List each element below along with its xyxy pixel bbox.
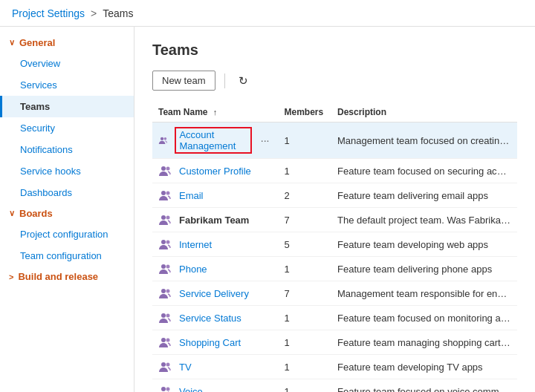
team-name-link[interactable]: Shopping Cart (179, 337, 241, 348)
svg-point-1 (164, 137, 167, 140)
team-name-cell-4: Internet (152, 232, 279, 257)
team-icon (158, 286, 173, 301)
sidebar-item-overview[interactable]: Overview (0, 53, 134, 74)
column-header-name[interactable]: Team Name ↑ (152, 102, 279, 122)
svg-point-6 (161, 215, 166, 220)
members-count: 5 (279, 232, 331, 257)
members-count: 1 (279, 257, 331, 281)
team-icon (158, 133, 169, 148)
new-team-button[interactable]: New team (152, 71, 215, 91)
team-name-link[interactable]: Customer Profile (179, 166, 251, 177)
team-name-cell-2: Email (152, 183, 279, 208)
svg-point-21 (166, 388, 170, 391)
members-count: 7 (279, 281, 331, 306)
team-icon (158, 237, 173, 252)
svg-point-9 (166, 241, 170, 244)
team-description: Feature team focused on voice communic (331, 379, 517, 393)
svg-point-4 (161, 191, 166, 195)
members-count: 1 (279, 330, 331, 355)
team-description: Feature team delivering phone apps (331, 257, 517, 281)
sidebar-section-general[interactable]: ∨General (0, 33, 134, 53)
table-row[interactable]: Shopping Cart1Feature team managing shop… (152, 330, 517, 355)
sidebar-section-boards[interactable]: ∨Boards (0, 203, 134, 223)
column-header-members: Members (279, 102, 331, 122)
team-name-cell-9: TV (152, 355, 279, 379)
table-row[interactable]: Internet5Feature team developing web app… (152, 232, 517, 257)
team-name-link[interactable]: Email (179, 190, 204, 201)
sidebar-item-security[interactable]: Security (0, 117, 134, 139)
sidebar: ∨GeneralOverviewServicesTeamsSecurityNot… (0, 27, 134, 392)
team-icon (158, 163, 173, 178)
team-name-link[interactable]: TV (179, 362, 192, 373)
table-row[interactable]: Service Status1Feature team focused on m… (152, 306, 517, 330)
members-count: 1 (279, 355, 331, 379)
team-name-link[interactable]: Internet (179, 239, 212, 250)
team-icon (158, 212, 173, 227)
svg-point-7 (166, 216, 170, 220)
team-name-link[interactable]: Service Status (179, 313, 241, 324)
top-bar: Project Settings > Teams (0, 0, 535, 27)
svg-point-2 (161, 166, 166, 171)
breadcrumb-current: Teams (103, 7, 133, 19)
breadcrumb-parent[interactable]: Project Settings (12, 7, 85, 19)
more-options-button[interactable]: ··· (258, 133, 273, 148)
table-row[interactable]: TV1Feature team developing TV apps (152, 355, 517, 379)
team-description: Feature team focused on monitoring and (331, 306, 517, 330)
sidebar-item-team-configuration[interactable]: Team configuration (0, 245, 134, 267)
team-name-link[interactable]: Voice (179, 386, 203, 393)
team-name-link[interactable]: Account Management (175, 127, 251, 154)
table-row[interactable]: Phone1Feature team delivering phone apps (152, 257, 517, 281)
team-name-link[interactable]: Service Delivery (179, 288, 249, 299)
members-count: 2 (279, 183, 331, 208)
team-name-cell-3: Fabrikam Team (152, 208, 279, 232)
team-icon (158, 261, 173, 276)
table-row[interactable]: Customer Profile1Feature team focused on… (152, 159, 517, 183)
team-description: The default project team. Was Fabrikam F… (331, 208, 517, 232)
table-row[interactable]: Email2Feature team delivering email apps (152, 183, 517, 208)
sidebar-section-build-and-release[interactable]: >Build and release (0, 267, 134, 287)
toolbar-divider (224, 74, 225, 88)
content-area: Teams New team ↻ Team Name ↑ Members (134, 27, 535, 392)
team-description: Feature team developing TV apps (331, 355, 517, 379)
members-count: 1 (279, 122, 331, 159)
svg-point-11 (166, 265, 170, 269)
svg-point-17 (166, 339, 170, 342)
team-description: Management team focused on creating ar (331, 122, 517, 159)
svg-point-3 (166, 167, 170, 171)
team-name-cell-8: Shopping Cart (152, 330, 279, 355)
teams-table: Team Name ↑ Members Description Account … (152, 102, 517, 392)
sidebar-item-teams[interactable]: Teams (0, 96, 134, 117)
page-title: Teams (152, 42, 517, 59)
table-row[interactable]: Voice1Feature team focused on voice comm… (152, 379, 517, 393)
svg-point-18 (161, 362, 166, 367)
team-icon (158, 310, 173, 325)
svg-point-19 (166, 363, 170, 367)
breadcrumb-separator: > (91, 7, 97, 19)
sidebar-item-dashboards[interactable]: Dashboards (0, 182, 134, 203)
team-name-cell-1: Customer Profile (152, 159, 279, 183)
team-icon (158, 335, 173, 350)
team-name-link[interactable]: Phone (179, 264, 207, 275)
team-icon (158, 359, 173, 374)
table-row[interactable]: Fabrikam Team7The default project team. … (152, 208, 517, 232)
svg-point-16 (161, 338, 166, 342)
svg-point-13 (166, 290, 170, 293)
team-name-text: Fabrikam Team (179, 215, 249, 226)
sidebar-item-notifications[interactable]: Notifications (0, 139, 134, 160)
sidebar-item-services[interactable]: Services (0, 74, 134, 96)
team-description: Feature team delivering email apps (331, 183, 517, 208)
refresh-icon: ↻ (239, 74, 248, 87)
refresh-button[interactable]: ↻ (234, 73, 253, 89)
table-row[interactable]: Account Management···1Management team fo… (152, 122, 517, 159)
team-description: Feature team focused on securing accoun (331, 159, 517, 183)
team-name-cell-0: Account Management··· (152, 122, 279, 159)
chevron-icon: ∨ (9, 38, 15, 48)
table-row[interactable]: Service Delivery7Management team respons… (152, 281, 517, 306)
team-icon (158, 188, 173, 203)
column-header-description: Description (331, 102, 517, 122)
chevron-icon: ∨ (9, 209, 15, 218)
main-layout: ∨GeneralOverviewServicesTeamsSecurityNot… (0, 27, 535, 392)
sidebar-item-service-hooks[interactable]: Service hooks (0, 160, 134, 182)
sidebar-item-project-configuration[interactable]: Project configuration (0, 223, 134, 245)
svg-point-12 (161, 289, 166, 293)
